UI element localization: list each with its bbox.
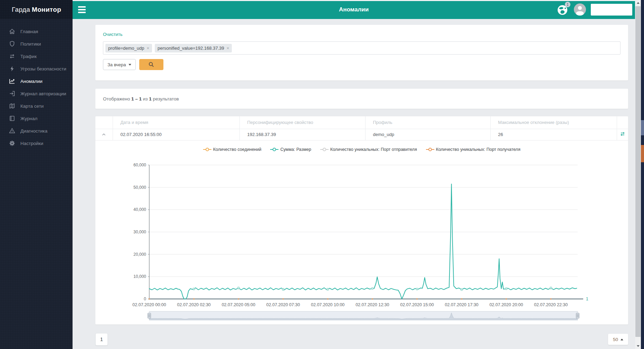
sidebar-item-label: Настройки	[20, 141, 43, 146]
scroll-down-arrow-icon[interactable]	[635, 343, 641, 349]
sidebar-item-diagnostics[interactable]: Диагностика	[0, 125, 73, 137]
column-header-actions	[617, 116, 628, 129]
notification-badge: 1	[565, 2, 570, 7]
page-size-dropdown[interactable]: 50	[608, 334, 628, 345]
svg-text:40,000: 40,000	[133, 207, 146, 212]
main-area: Аномалии 1 Очистить	[73, 0, 635, 349]
page-title: Аномалии	[73, 6, 635, 13]
scroll-minimap-strip	[641, 0, 644, 349]
svg-text:02.07.2020 00:00: 02.07.2020 00:00	[132, 302, 166, 307]
svg-text:02.07.2020 20:00: 02.07.2020 20:00	[490, 302, 523, 307]
menu-toggle-button[interactable]	[78, 6, 87, 13]
legend-item-dst-ports[interactable]: Количество уникальных: Порт получателя	[426, 147, 521, 152]
navigator-left-handle[interactable]	[148, 313, 151, 318]
svg-text:60,000: 60,000	[133, 163, 146, 167]
search-icon	[148, 61, 154, 68]
sidebar-item-label: Диагностика	[20, 128, 47, 134]
scroll-up-arrow-icon[interactable]	[635, 0, 641, 6]
home-icon	[9, 28, 16, 35]
filter-tag-label: personified_value=192.168.37.39	[158, 46, 224, 51]
user-name-box[interactable]	[591, 4, 632, 16]
svg-text:20,000: 20,000	[133, 252, 146, 256]
anomalies-table: Дата и время Персонифицирующее свойство …	[95, 116, 628, 140]
filter-tag: personified_value=192.168.37.39 ×	[155, 44, 232, 52]
logo-text: Гарда	[12, 6, 30, 13]
series-line-sum-size	[149, 184, 577, 299]
caret-up-icon	[621, 339, 623, 340]
remove-tag-icon[interactable]: ×	[146, 46, 149, 51]
content-area: Очистить profile=demo_udp × personified_…	[73, 19, 635, 349]
sidebar-item-label: Угрозы безопасности	[20, 66, 66, 71]
cell-profile: demo_udp	[365, 129, 490, 140]
filter-tag: profile=demo_udp ×	[105, 44, 152, 52]
sidebar-item-settings[interactable]: Настройки	[0, 137, 73, 149]
sign-in-icon	[9, 90, 16, 97]
anomalies-table-card: Дата и время Персонифицирующее свойство …	[95, 116, 628, 324]
legend-item-src-ports[interactable]: Количество уникальных: Порт отправителя	[320, 147, 417, 152]
remove-tag-icon[interactable]: ×	[227, 46, 229, 51]
sidebar-item-policies[interactable]: Политики	[0, 38, 73, 50]
collapse-row-button[interactable]	[95, 129, 113, 140]
sidebar-item-auth-log[interactable]: Журнал авторизации	[0, 87, 73, 100]
period-dropdown[interactable]: За вчера	[103, 59, 136, 70]
sidebar-item-label: Журнал	[20, 116, 37, 121]
bolt-icon	[9, 65, 16, 72]
column-header-datetime: Дата и время	[113, 116, 239, 129]
filter-panel: Очистить profile=demo_udp × personified_…	[95, 25, 628, 80]
caret-down-icon	[129, 64, 131, 66]
filter-tags-input[interactable]: profile=demo_udp × personified_value=192…	[103, 41, 621, 55]
page-size-value: 50	[613, 337, 618, 342]
sidebar-menu: Главная Политики Трафик Угрозы безопасно…	[0, 25, 73, 149]
svg-text:02.07.2020 02:30: 02.07.2020 02:30	[177, 302, 211, 307]
minimap-highlight-marker	[641, 145, 644, 162]
chart-line-icon	[9, 78, 16, 85]
svg-text:02.07.2020 07:30: 02.07.2020 07:30	[266, 302, 300, 307]
table-row: 02.07.2020 16:55:00 192.168.37.39 demo_u…	[95, 129, 628, 140]
legend-item-sum-size[interactable]: Сумма: Размер	[270, 147, 311, 152]
svg-text:50,000: 50,000	[133, 185, 146, 190]
user-avatar[interactable]	[574, 3, 586, 16]
sidebar-item-home[interactable]: Главная	[0, 25, 73, 38]
svg-text:02.07.2020 17:30: 02.07.2020 17:30	[445, 302, 479, 307]
person-icon	[574, 3, 586, 16]
header-bar: Аномалии 1	[73, 0, 635, 19]
gear-icon	[9, 140, 16, 147]
sidebar-item-label: Трафик	[20, 54, 37, 59]
sidebar-item-label: Аномалии	[20, 79, 42, 84]
results-summary: Отображено 1 – 1 из 1 результатов	[95, 89, 628, 109]
clear-filters-link[interactable]: Очистить	[103, 32, 123, 37]
sidebar-item-traffic[interactable]: Трафик	[0, 50, 73, 62]
svg-text:10,000: 10,000	[133, 274, 146, 279]
svg-text:1: 1	[586, 297, 588, 301]
traffic-link-icon	[619, 131, 626, 137]
legend-item-connections[interactable]: Количество соединений	[203, 147, 262, 152]
scrollbar-thumb[interactable]	[635, 6, 641, 337]
sidebar-item-label: Главная	[20, 29, 38, 34]
sidebar-item-anomalies[interactable]: Аномалии	[0, 75, 73, 87]
go-to-traffic-button[interactable]	[617, 129, 628, 140]
pagination-bar: 1 50	[95, 333, 628, 346]
sidebar-item-journal[interactable]: Журнал	[0, 112, 73, 125]
legend-marker-icon	[320, 148, 329, 151]
warning-triangle-icon	[9, 127, 16, 134]
svg-text:02.07.2020 15:00: 02.07.2020 15:00	[400, 302, 434, 307]
notifications-button[interactable]: 1	[557, 3, 569, 16]
search-button[interactable]	[139, 59, 163, 70]
sidebar-item-threats[interactable]: Угрозы безопасности	[0, 62, 73, 75]
anomaly-chart[interactable]: 010,00020,00030,00040,00050,00060,000102…	[102, 155, 622, 321]
chevron-up-icon	[102, 133, 106, 136]
chart-legend: Количество соединений Сумма: Размер Коли…	[95, 147, 628, 152]
traffic-arrows-icon	[9, 53, 16, 60]
page-1-button[interactable]: 1	[95, 333, 108, 346]
browser-scrollbar[interactable]	[635, 0, 641, 349]
navigator-right-handle[interactable]	[576, 313, 579, 318]
logo-text-bold: Монитор	[32, 6, 61, 13]
app-logo: Гарда Монитор	[0, 0, 73, 19]
svg-text:02.07.2020 22:30: 02.07.2020 22:30	[534, 302, 568, 307]
cell-personified: 192.168.37.39	[239, 129, 365, 140]
column-header-profile: Профиль	[365, 116, 490, 129]
results-total: 1	[149, 96, 152, 101]
sidebar-item-network-map[interactable]: Карта сети	[0, 100, 73, 112]
sidebar-item-label: Политики	[20, 41, 41, 47]
top-divider	[73, 0, 635, 1]
